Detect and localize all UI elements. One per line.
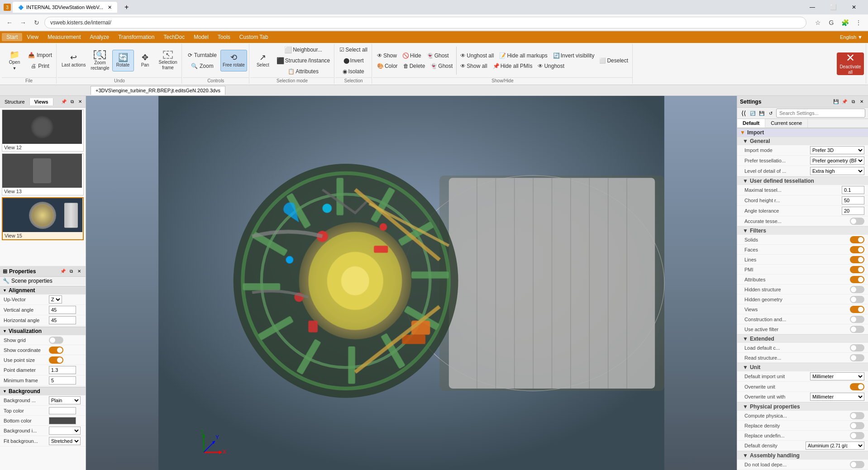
hide-button[interactable]: 🚫Hide: [400, 51, 424, 61]
import-button[interactable]: 📥 Import: [26, 50, 54, 60]
background-image-select[interactable]: [49, 427, 81, 435]
free-rotate-button[interactable]: ⟲ Free rotate: [220, 50, 247, 71]
up-vector-select[interactable]: Z: [49, 295, 62, 304]
color-button[interactable]: 🎨Color: [375, 61, 400, 71]
minimize-button[interactable]: —: [802, 0, 823, 14]
deselect-button[interactable]: ⬜Deselect: [597, 56, 630, 66]
turntable-button[interactable]: ⟳ Turntable: [186, 50, 219, 60]
show-grid-toggle[interactable]: [49, 337, 63, 344]
alignment-header[interactable]: ▼ Alignment: [0, 286, 86, 294]
menu-model[interactable]: Model: [189, 33, 213, 41]
settings-pin-button[interactable]: 📌: [841, 98, 848, 105]
deactivate-all-button[interactable]: ✕ Deactivateall: [837, 52, 864, 75]
use-point-size-toggle[interactable]: [49, 356, 63, 364]
default-import-unit-select[interactable]: Millimeter: [810, 372, 864, 380]
general-subsection-header[interactable]: ▼ General: [737, 137, 868, 145]
filters-subsection-header[interactable]: ▼ Filters: [737, 226, 868, 235]
maximal-tessel-input[interactable]: [842, 186, 864, 194]
settings-save2-button[interactable]: 💾: [758, 109, 765, 117]
hide-all-markups-button[interactable]: 📝Hide all markups: [497, 51, 549, 61]
invert-visibility-button[interactable]: 🔄Invert visibility: [551, 51, 597, 61]
read-structure-toggle[interactable]: [850, 354, 864, 361]
angle-tolerance-input[interactable]: [842, 207, 864, 215]
menu-view[interactable]: View: [22, 33, 43, 41]
show-all-button[interactable]: 👁Show all: [458, 61, 489, 71]
do-not-load-depe-toggle[interactable]: [850, 461, 864, 468]
fit-background-select[interactable]: Stretched: [49, 437, 81, 445]
bottom-color-swatch[interactable]: [49, 417, 76, 424]
select-all-button[interactable]: ☑ Select all: [337, 45, 370, 55]
horizontal-angle-input[interactable]: [49, 316, 76, 324]
isolate-button[interactable]: ◉ Isolate: [337, 66, 370, 76]
last-actions-button[interactable]: ↩ Last actions: [59, 50, 88, 71]
open-button[interactable]: 📁 Open ▼: [4, 50, 25, 71]
tab-close-icon[interactable]: ✕: [108, 5, 112, 10]
show-coordinate-toggle[interactable]: [49, 347, 63, 354]
instance-button[interactable]: ⬛ Structure /Instance: [274, 56, 332, 66]
rotate-button[interactable]: 🔄 Rotate: [112, 50, 134, 71]
level-of-detail-select[interactable]: Extra high: [810, 167, 864, 175]
background-type-select[interactable]: Plain: [49, 396, 81, 404]
attributes-button[interactable]: 📋 Attributes: [274, 66, 332, 76]
browser-tab-active[interactable]: 🔷 INTERNAL 3DViewStation WebV... ✕: [13, 2, 117, 13]
use-active-filter-toggle[interactable]: [850, 326, 864, 333]
props-close-button[interactable]: ✕: [76, 268, 83, 275]
menu-start[interactable]: Start: [2, 33, 22, 41]
chord-height-input[interactable]: [842, 196, 864, 204]
delete-button[interactable]: 🗑Delete: [401, 61, 428, 71]
settings-search-input[interactable]: [776, 109, 865, 118]
props-pop-button[interactable]: ⧉: [67, 268, 75, 275]
language-selector[interactable]: English ▼: [840, 34, 863, 40]
visualization-header[interactable]: ▼ Visualization: [0, 327, 86, 335]
background-header[interactable]: ▼ Background: [0, 387, 86, 395]
view-thumb-15[interactable]: View 15: [2, 197, 84, 240]
point-diameter-input[interactable]: [49, 366, 76, 374]
back-button[interactable]: ←: [4, 17, 15, 28]
zoom-button[interactable]: 🔍 Zoom: [186, 61, 219, 71]
file-tab-active[interactable]: +3DVS\engine_turbine_RR.BREP.jt.editsGeN…: [91, 86, 225, 95]
extensions-button[interactable]: 🧩: [839, 17, 851, 28]
forward-button[interactable]: →: [17, 17, 29, 28]
attributes-toggle[interactable]: [850, 276, 864, 283]
menu-techdoc[interactable]: TechDoc: [159, 33, 189, 41]
construction-and-toggle[interactable]: [850, 316, 864, 323]
replace-density-toggle[interactable]: [850, 422, 864, 429]
profile-button[interactable]: G: [825, 17, 837, 28]
structure-tab[interactable]: Structure: [0, 98, 29, 105]
view-thumb-13[interactable]: View 13: [2, 153, 84, 195]
settings-tab-current-scene[interactable]: Current scene: [765, 119, 808, 128]
close-button[interactable]: ✕: [844, 0, 864, 14]
accurate-tesse-toggle[interactable]: [850, 218, 864, 225]
bookmark-button[interactable]: ☆: [812, 17, 824, 28]
views-toggle[interactable]: [850, 306, 864, 313]
print-button[interactable]: 🖨 Print: [26, 61, 54, 71]
settings-reload-button[interactable]: ↺: [767, 109, 774, 117]
pmi-toggle[interactable]: [850, 266, 864, 273]
overwrite-unit-with-select[interactable]: Millimeter: [810, 393, 864, 401]
refresh-button[interactable]: ↻: [31, 17, 43, 28]
solids-toggle[interactable]: [850, 236, 864, 243]
load-default-c-toggle[interactable]: [850, 344, 864, 351]
physical-props-subsection-header[interactable]: ▼ Physical properties: [737, 402, 868, 411]
props-pin-button[interactable]: 📌: [59, 268, 67, 275]
menu-measurement[interactable]: Measurement: [43, 33, 85, 41]
settings-refresh-button[interactable]: 🔃: [749, 109, 756, 117]
neighbour-button[interactable]: ⬜ Neighbour...: [274, 45, 332, 55]
menu-custom-tab[interactable]: Custom Tab: [235, 33, 273, 41]
lines-toggle[interactable]: [850, 256, 864, 263]
overwrite-unit-toggle[interactable]: [850, 383, 864, 390]
extended-subsection-header[interactable]: ▼ Extended: [737, 334, 868, 343]
url-bar[interactable]: [44, 17, 806, 28]
menu-transformation[interactable]: Transformation: [114, 33, 159, 41]
views-tab[interactable]: Views: [29, 98, 53, 105]
prefer-tessellation-select[interactable]: Prefer geometry (BRI: [810, 157, 864, 165]
pan-button[interactable]: ✥ Pan: [134, 50, 156, 71]
unit-subsection-header[interactable]: ▼ Unit: [737, 363, 868, 371]
settings-tab-default[interactable]: Default: [737, 119, 765, 128]
import-section-header[interactable]: ▼ Import: [737, 128, 868, 137]
min-frame-input[interactable]: [49, 376, 76, 385]
unghost-all-button[interactable]: 👁Unghost all: [458, 51, 496, 61]
faces-toggle[interactable]: [850, 246, 864, 253]
new-tab-button[interactable]: +: [119, 2, 134, 13]
unghost-button[interactable]: 👁Unghost: [535, 61, 567, 71]
